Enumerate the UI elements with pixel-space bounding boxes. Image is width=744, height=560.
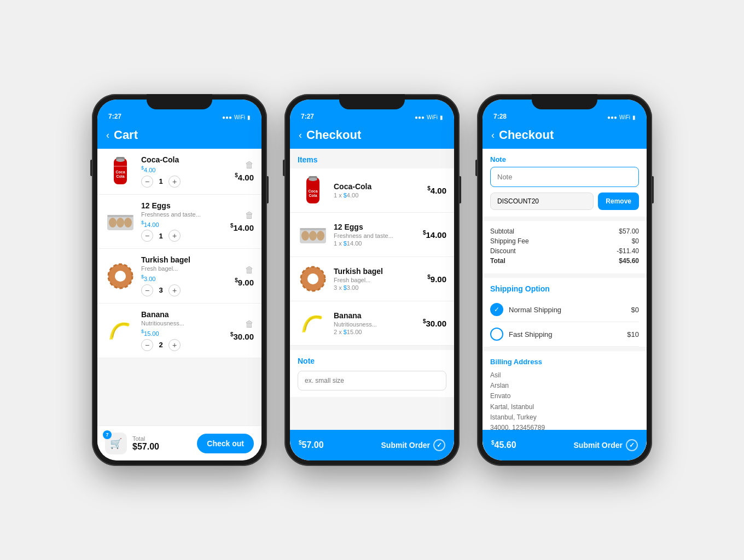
shipping-row-3: Shipping Fee $0	[490, 237, 639, 245]
cart-item-banana: Banana Nutritiousness... $15.00 − 2 + 🗑 …	[97, 304, 261, 358]
item-sub-banana: Nutritiousness...	[141, 320, 225, 326]
banana-image	[106, 318, 135, 343]
checkout-qty-bagel-2: 3 x $3.00	[334, 284, 422, 291]
submit-button-2[interactable]: Submit Order ✓	[381, 439, 445, 451]
total-price-cola: $4.00	[235, 172, 254, 182]
checkout-img-banana-2	[298, 308, 328, 339]
shipping-normal-price: $0	[631, 306, 639, 314]
submit-button-3[interactable]: Submit Order ✓	[574, 439, 638, 451]
wifi-icon-3: WiFi	[619, 114, 630, 120]
checkout-img-eggs-2	[298, 219, 328, 250]
qty-num-bagel: 3	[158, 286, 164, 294]
notch-1	[147, 94, 212, 109]
billing-lastname-3: Arslan	[490, 381, 639, 391]
qty-controls-cola: − 1 +	[141, 176, 229, 188]
checkout-item-bagel-2: Turkish bagel Fresh bagel... 3 x $3.00 $…	[290, 257, 454, 301]
checkout-qty-banana-2: 2 x $15.00	[334, 329, 417, 335]
phone-3: 7:28 ●●● WiFi ▮ ‹ Checkout Note Remove	[477, 94, 652, 466]
delete-bagel[interactable]: 🗑	[245, 265, 254, 275]
checkout-name-bagel-2: Turkish bagel	[334, 267, 422, 276]
subtotal-value-3: $57.00	[619, 228, 639, 235]
billing-name-3: Asil	[490, 370, 639, 381]
checkout-name-eggs-2: 12 Eggs	[334, 223, 417, 231]
cola-image: Coca Cola	[108, 156, 132, 186]
back-button-2[interactable]: ‹	[299, 130, 302, 141]
remove-coupon-button-3[interactable]: Remove	[598, 192, 639, 210]
qty-plus-banana[interactable]: +	[168, 339, 181, 351]
item-price-banana: $15.00	[141, 329, 225, 337]
item-sub-eggs: Freshness and taste...	[141, 211, 225, 218]
submit-bar-3: $45.60 Submit Order ✓	[483, 430, 647, 460]
checkout-content-3: Note Remove Subtotal $57.00 Shipping Fee…	[483, 149, 647, 457]
item-price-cola: $4.00	[141, 165, 229, 173]
qty-plus-cola[interactable]: +	[168, 176, 181, 188]
item-total-bagel: 🗑 $9.00	[235, 265, 254, 287]
item-price-eggs: $14.00	[141, 220, 225, 228]
note-input-3[interactable]	[490, 167, 639, 187]
bagel-image	[107, 262, 134, 290]
qty-minus-banana[interactable]: −	[141, 339, 153, 351]
svg-point-10	[124, 218, 132, 228]
signal-icon-2: ●●●	[415, 114, 425, 120]
total-price-eggs: $14.00	[230, 223, 254, 232]
radio-check-normal: ✓	[494, 306, 499, 313]
item-image-bagel	[105, 261, 136, 291]
coupon-input-3[interactable]	[490, 192, 594, 210]
back-button-3[interactable]: ‹	[491, 130, 495, 141]
battery-icon: ▮	[247, 114, 251, 120]
svg-point-16	[309, 178, 317, 181]
checkout-price-cola-2: $4.00	[427, 185, 446, 195]
qty-num-eggs: 1	[158, 232, 164, 240]
qty-minus-cola[interactable]: −	[141, 176, 153, 188]
total-amount: $57.00	[132, 442, 191, 452]
checkout-name-cola-2: Coca-Cola	[334, 182, 422, 191]
item-name-cola: Coca-Cola	[141, 155, 229, 164]
qty-plus-eggs[interactable]: +	[168, 230, 181, 242]
checkout-img-cola-2: Coca Cola	[298, 175, 328, 206]
note-label-2: Note	[298, 357, 446, 369]
note-input-2[interactable]	[298, 371, 446, 390]
checkout-button[interactable]: Check out	[197, 434, 254, 453]
wifi-icon-2: WiFi	[427, 114, 438, 120]
item-total-banana: 🗑 $30.00	[230, 319, 254, 341]
billing-company-3: Envato	[490, 391, 639, 401]
qty-minus-bagel[interactable]: −	[141, 284, 153, 296]
checkout-sub-bagel-2: Fresh bagel...	[334, 277, 422, 283]
checkout-header-3: ‹ Checkout	[483, 124, 647, 149]
radio-normal[interactable]: ✓	[490, 303, 503, 316]
qty-minus-eggs[interactable]: −	[141, 230, 153, 242]
total-row-3: Total $45.60	[490, 257, 639, 265]
bagel-img-2	[299, 265, 327, 293]
submit-label-2: Submit Order	[381, 441, 430, 450]
shipping-normal-name: Normal Shipping	[509, 306, 626, 314]
checkout-title-3: Checkout	[499, 128, 554, 142]
checkout-name-banana-2: Banana	[334, 311, 417, 320]
battery-icon-3: ▮	[632, 114, 636, 120]
checkout-header-2: ‹ Checkout	[290, 124, 454, 149]
submit-check-icon-2: ✓	[433, 439, 445, 451]
shipping-fast-name: Fast Shipping	[509, 330, 621, 339]
item-name-eggs: 12 Eggs	[141, 201, 225, 210]
shipping-fast-price: $10	[627, 330, 639, 339]
shipping-title-3: Shipping Option	[483, 278, 647, 298]
status-icons-1: ●●● WiFi ▮	[222, 114, 251, 120]
checkout-item-eggs-2: 12 Eggs Freshness and taste... 1 x $14.0…	[290, 213, 454, 257]
shipping-section-3: Shipping Option ✓ Normal Shipping $0 Fas…	[483, 278, 647, 347]
delete-banana[interactable]: 🗑	[245, 319, 254, 329]
checkout-qty-eggs-2: Freshness and taste...	[334, 232, 417, 239]
checkout-sub-banana-2: Nutritiousness...	[334, 321, 417, 328]
notch-2	[339, 94, 405, 109]
cart-bottom-bar: 🛒 7 Total $57.00 Check out	[97, 425, 261, 460]
total-price-bagel: $9.00	[235, 277, 254, 287]
delete-eggs[interactable]: 🗑	[245, 211, 254, 220]
submit-check-icon-3: ✓	[626, 439, 638, 451]
item-price-bagel: $3.00	[141, 274, 229, 282]
radio-fast[interactable]	[490, 328, 503, 341]
submit-total-3: $45.60	[491, 440, 516, 450]
delete-cola[interactable]: 🗑	[245, 160, 254, 170]
subtotal-row-3: Subtotal $57.00	[490, 228, 639, 235]
qty-plus-bagel[interactable]: +	[168, 284, 181, 296]
svg-point-8	[109, 218, 117, 228]
item-details-eggs: 12 Eggs Freshness and taste... $14.00 − …	[141, 201, 225, 242]
back-button-1[interactable]: ‹	[106, 130, 109, 141]
